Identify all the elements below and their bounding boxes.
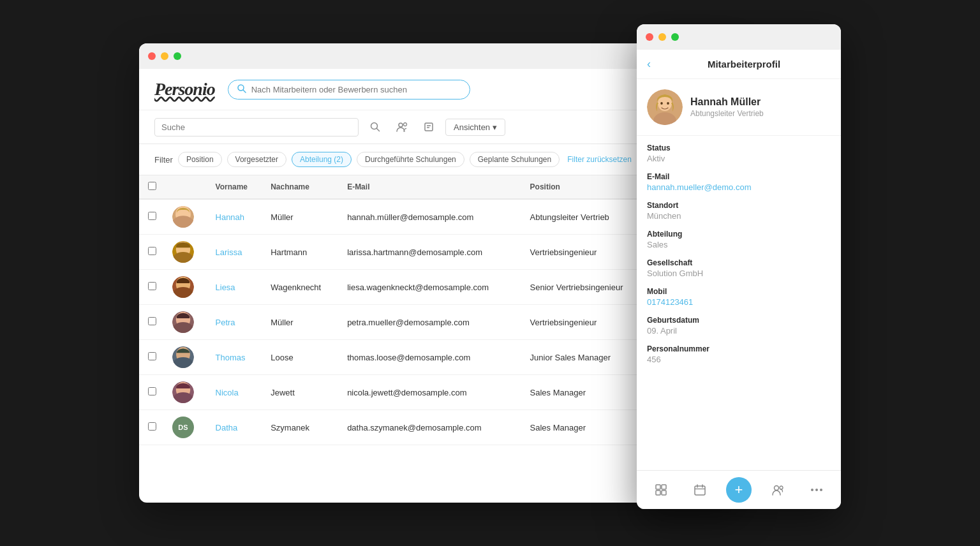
checkbox-hannah[interactable]	[148, 212, 156, 220]
filter-reset-link[interactable]: Filter zurücksetzen	[567, 155, 632, 164]
maximize-button[interactable]	[174, 52, 181, 60]
add-icon-btn[interactable]: +	[726, 477, 752, 503]
svg-line-1	[243, 90, 246, 92]
svg-rect-36	[695, 486, 705, 495]
minimize-button[interactable]	[161, 52, 168, 60]
detail-value[interactable]: hannah.mueller@demo.com	[647, 182, 831, 192]
avatar	[172, 381, 194, 403]
row-checkbox-cell	[139, 340, 165, 375]
row-vorname[interactable]: Datha	[208, 410, 264, 445]
global-search-bar[interactable]	[228, 80, 470, 100]
side-titlebar	[637, 24, 841, 50]
row-avatar-cell	[165, 340, 208, 375]
svg-point-5	[404, 123, 407, 126]
name-link-hannah[interactable]: Hannah	[216, 212, 245, 222]
filter-chip-geplante[interactable]: Geplante Schulungen	[470, 152, 560, 167]
row-position: Abtungsleiter Vertrieb	[523, 199, 649, 235]
search-icon	[237, 84, 246, 95]
col-email: E-Mail	[339, 175, 522, 199]
name-link-datha[interactable]: Datha	[216, 423, 238, 432]
name-link-larissa[interactable]: Larissa	[216, 247, 242, 257]
row-avatar-cell	[165, 235, 208, 270]
checkbox-datha[interactable]	[148, 422, 156, 431]
row-nachname: Hartmann	[263, 235, 339, 270]
side-panel: ‹ Mitarbeiterprofil	[637, 24, 841, 509]
detail-row: StatusAktiv	[647, 144, 831, 163]
row-vorname[interactable]: Petra	[208, 305, 264, 340]
people-icon-btn[interactable]	[392, 117, 412, 137]
avatar	[172, 346, 194, 368]
checkbox-nicola[interactable]	[148, 387, 156, 395]
global-search-input[interactable]	[251, 85, 461, 94]
detail-value[interactable]: 0174123461	[647, 297, 831, 307]
checkbox-thomas[interactable]	[148, 352, 156, 360]
close-button[interactable]	[148, 52, 156, 60]
detail-row: StandortMünchen	[647, 201, 831, 221]
svg-rect-34	[656, 491, 660, 495]
row-avatar-cell	[165, 270, 208, 305]
row-email: liesa.wagenkneckt@demosample.com	[339, 270, 522, 305]
panel-footer: +	[637, 470, 841, 509]
detail-label: Abteilung	[647, 230, 831, 239]
filter-chip-abteilung[interactable]: Abteilung (2)	[292, 152, 352, 167]
side-close-button[interactable]	[646, 33, 653, 41]
detail-value: Aktiv	[647, 154, 831, 163]
select-all-checkbox[interactable]	[148, 182, 156, 190]
export-icon-btn[interactable]	[419, 117, 439, 137]
avatar	[172, 311, 194, 333]
checkbox-larissa[interactable]	[148, 247, 156, 255]
row-email: thomas.loose@demosample.com	[339, 340, 522, 375]
detail-label: Geburtsdatum	[647, 316, 831, 325]
more-icon-btn[interactable]	[804, 477, 829, 503]
ansichten-label: Ansichten	[454, 122, 490, 132]
name-link-nicola[interactable]: Nicola	[216, 388, 239, 397]
detail-row: Mobil0174123461	[647, 287, 831, 307]
col-nachname: Nachname	[263, 175, 339, 199]
filter-chip-schulungen[interactable]: Durchgeführte Schulungen	[357, 152, 464, 167]
row-vorname[interactable]: Hannah	[208, 199, 264, 235]
row-nachname: Szymanek	[263, 410, 339, 445]
row-avatar-cell	[165, 199, 208, 235]
row-vorname[interactable]: Liesa	[208, 270, 264, 305]
employee-search-input[interactable]	[154, 118, 359, 136]
detail-row: Personalnummer456	[647, 344, 831, 364]
checkbox-liesa[interactable]	[148, 282, 156, 290]
grid-icon-btn[interactable]	[648, 477, 674, 503]
detail-value: 09. April	[647, 326, 831, 336]
name-link-liesa[interactable]: Liesa	[216, 283, 235, 292]
detail-label: Standort	[647, 201, 831, 210]
users-icon-btn[interactable]	[765, 477, 791, 503]
filter-chip-position[interactable]: Position	[178, 152, 222, 167]
detail-value: Sales	[647, 240, 831, 249]
side-panel-header: ‹ Mitarbeiterprofil	[637, 50, 841, 79]
svg-point-31	[667, 102, 669, 105]
ansichten-button[interactable]: Ansichten ▾	[445, 119, 505, 136]
svg-point-40	[774, 486, 778, 491]
profile-avatar	[647, 89, 683, 125]
calendar-icon-btn[interactable]	[687, 477, 713, 503]
filter-chip-vorgesetzter[interactable]: Vorgesetzter	[227, 152, 286, 167]
detail-label: Mobil	[647, 287, 831, 296]
row-position: Sales Manager	[523, 375, 649, 410]
row-vorname[interactable]: Nicola	[208, 375, 264, 410]
checkbox-petra[interactable]	[148, 317, 156, 325]
row-avatar-cell: DS	[165, 410, 208, 445]
row-vorname[interactable]: Thomas	[208, 340, 264, 375]
row-position: Senior Vertriebsingenieur	[523, 270, 649, 305]
back-button[interactable]: ‹	[647, 57, 651, 71]
row-vorname[interactable]: Larissa	[208, 235, 264, 270]
detail-label: Status	[647, 144, 831, 152]
side-minimize-button[interactable]	[658, 33, 666, 41]
row-nachname: Müller	[263, 199, 339, 235]
row-checkbox-cell	[139, 410, 165, 445]
col-vorname: Vorname	[208, 175, 264, 199]
name-link-petra[interactable]: Petra	[216, 318, 235, 327]
name-link-thomas[interactable]: Thomas	[216, 353, 246, 362]
search-icon-btn[interactable]	[365, 117, 385, 137]
side-maximize-button[interactable]	[671, 33, 679, 41]
detail-row: Geburtsdatum09. April	[647, 316, 831, 336]
row-email: hannah.müller@demosample.com	[339, 199, 522, 235]
detail-row: E-Mailhannah.mueller@demo.com	[647, 172, 831, 192]
profile-details: StatusAktivE-Mailhannah.mueller@demo.com…	[637, 136, 841, 470]
detail-value: Solution GmbH	[647, 269, 831, 278]
